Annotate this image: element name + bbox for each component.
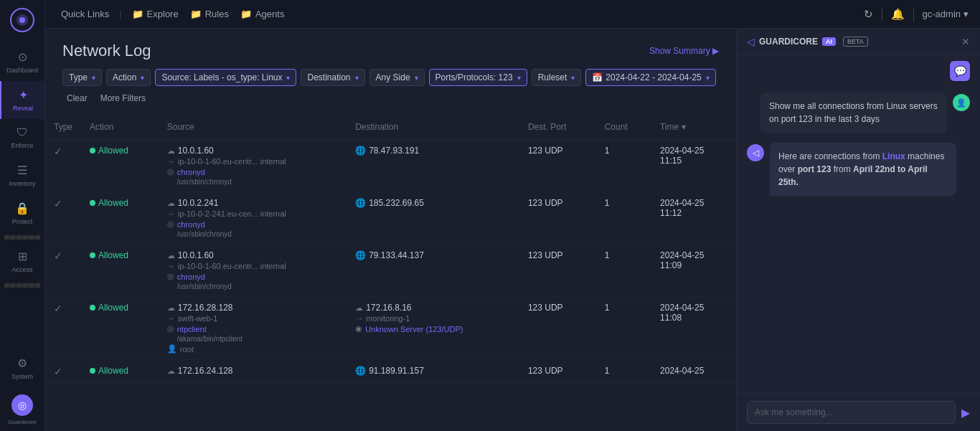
table-row[interactable]: ✓ Allowed ☁ 10.0.2.241 → ip-10- [45,192,736,245]
globe-icon: 🌐 [355,250,366,260]
ai-send-button[interactable]: ▶ [961,406,970,420]
server-icon: ◉ [355,324,362,333]
dest-port: 123 UDP [528,146,563,156]
count: 1 [605,250,610,260]
user-chevron-icon: ▾ [963,9,969,19]
ai-brand: ◁ GUARDICORE AI BETA [747,36,868,47]
sidebar-item-enforce[interactable]: 🛡 Enforce [0,119,44,156]
table-row[interactable]: ✓ Allowed ☁ 10.0.1.60 → ip-10-0 [45,140,736,192]
ports-chevron-icon: ▾ [517,74,521,82]
col-count: Count [596,115,651,140]
table-row[interactable]: ✓ Allowed ☁ 172.16.28.128 → swi [45,297,736,360]
highlight-linux: Linux [882,151,905,161]
filter-ports[interactable]: Ports/Protocols: 123 ▾ [429,69,527,86]
action-badge: Allowed [90,303,128,313]
ai-message-user: Show me all connections from Linux serve… [747,93,970,133]
topnav-sep-1: | [119,9,121,19]
filter-bar: Type ▾ Action ▾ Source: Labels - os_type… [45,69,736,115]
user-icon: 👤 [167,344,177,354]
filter-action[interactable]: Action ▾ [106,69,151,86]
date-chevron-icon: ▾ [706,74,710,82]
quick-links[interactable]: Quick Links [57,9,113,19]
topnav-links: Quick Links | 📁 Explore 📁 Rules 📁 Agents [57,9,864,19]
dest-port: 123 UDP [528,250,563,260]
col-destination: Destination [347,115,519,140]
user-menu[interactable]: gc-admin ▾ [923,9,969,19]
ai-brand-icon: ◁ [747,36,755,47]
sidebar-logo [8,6,37,34]
filter-destination[interactable]: Destination ▾ [301,69,364,86]
page: Network Log Show Summary ▶ Type ▾ Action… [45,29,980,431]
filter-date[interactable]: 📅 2024-04-22 - 2024-04-25 ▾ [585,69,715,86]
sidebar: ⊙ Dashboard ✦ Reveal 🛡 Enforce ☰ Invento… [0,0,45,431]
type-check-icon: ✓ [54,250,62,262]
globe-icon: 🌐 [355,198,366,208]
chat-bubble-icon: 💬 [954,65,966,77]
sidebar-bottom: ⚙ System ◎ Guardicore [8,349,37,425]
sidebar-item-system[interactable]: ⚙ System [8,349,37,387]
ai-messages: Show me all connections from Linux serve… [737,81,980,393]
filter-any-side[interactable]: Any Side ▾ [369,69,425,86]
process-icon: ◎ [167,219,174,229]
ai-panel-header: ◁ GUARDICORE AI BETA ✕ [737,29,980,55]
col-source: Source [159,115,347,140]
more-filters-button[interactable]: More Filters [96,90,150,106]
sidebar-item-reveal[interactable]: ✦ Reveal [0,81,44,119]
topnav-sep-3 [913,7,914,22]
arrow-icon: → [355,314,363,323]
bot-avatar: ◁ [747,144,764,161]
sidebar-item-dashboard[interactable]: ⊙ Dashboard [0,43,44,81]
type-check-icon: ✓ [54,303,62,314]
cloud-icon: ☁ [167,251,175,260]
sidebar-item-access[interactable]: ⊞ Access [0,242,44,280]
highlight-port: port 123 [798,164,831,174]
user-bubble: Show me all connections from Linux serve… [760,93,947,133]
network-log: Network Log Show Summary ▶ Type ▾ Action… [45,29,736,431]
col-time[interactable]: Time ▾ [651,115,736,140]
dest-port: 123 UDP [528,366,563,376]
col-action: Action [81,115,159,140]
action-chevron-icon: ▾ [141,74,144,82]
sidebar-brand: ◎ Guardicore [8,394,37,425]
cloud-icon: ☁ [167,303,175,313]
time: 2024-04-2511:09 [660,250,704,270]
ai-message-bot: ◁ Here are connections from Linux machin… [747,143,970,196]
topnav-explore[interactable]: 📁 Explore [128,9,183,19]
count: 1 [605,303,610,313]
topnav-right: ↻ 🔔 gc-admin ▾ [864,7,969,22]
table-row[interactable]: ✓ Allowed ☁ 172.16.24.128 [45,360,736,384]
table-row[interactable]: ✓ Allowed ☁ 10.0.1.60 → ip-10-0 [45,245,736,297]
log-table: Type Action Source Destination Dest. Por… [45,115,736,384]
show-summary-button[interactable]: Show Summary ▶ [649,46,719,56]
type-chevron-icon: ▾ [92,74,95,82]
topnav-rules[interactable]: 📁 Rules [186,9,233,19]
dashboard-icon: ⊙ [18,50,27,64]
dest-cell: 🌐 79.133.44.137 [355,250,511,260]
filter-ruleset[interactable]: Ruleset ▾ [532,69,582,86]
process-icon: ◎ [167,167,174,176]
enforce-icon: 🛡 [17,126,28,139]
source-cell: ☁ 10.0.1.60 → ip-10-0-1-60.eu-centr... i… [167,250,338,290]
svg-point-2 [19,17,25,23]
arrow-icon: → [167,314,175,323]
chat-icon-button[interactable]: 💬 [950,61,970,81]
sidebar-item-inventory[interactable]: ☰ Inventory [0,156,44,194]
source-cell: ☁ 10.0.2.241 → ip-10-0-2-241.eu-cen... i… [167,198,338,238]
topnav-agents[interactable]: 📁 Agents [236,9,288,19]
ai-close-button[interactable]: ✕ [961,36,970,47]
action-badge: Allowed [90,366,128,376]
sidebar-divider [4,235,40,240]
clear-filters-button[interactable]: Clear [62,90,92,106]
filter-type[interactable]: Type ▾ [62,69,102,86]
page-title: Network Log [62,42,151,60]
allowed-dot [90,148,95,153]
count: 1 [605,366,610,376]
refresh-icon[interactable]: ↻ [864,8,873,21]
topnav-sep-2 [882,7,882,22]
sidebar-item-protect[interactable]: 🔒 Protect [0,194,44,232]
filter-source[interactable]: Source: Labels - os_type: Linux ▾ [155,69,296,86]
bell-icon[interactable]: 🔔 [891,8,905,21]
type-check-icon: ✓ [54,198,62,209]
ai-input[interactable] [747,401,956,424]
dest-cell: 🌐 78.47.93.191 [355,146,511,156]
